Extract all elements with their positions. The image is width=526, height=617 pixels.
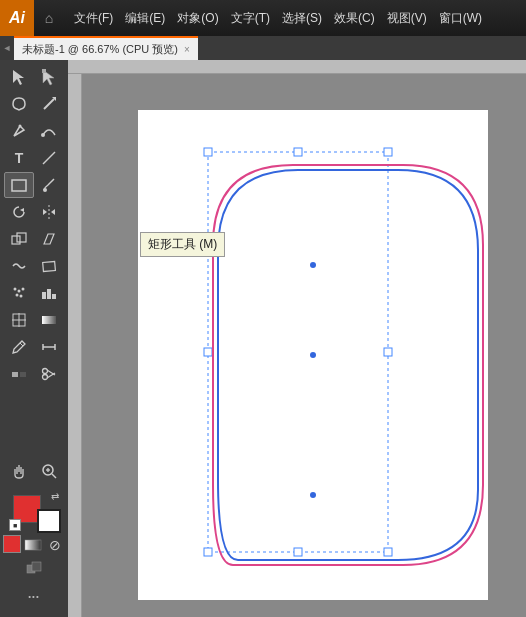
measure-tool[interactable] [34, 334, 64, 360]
menu-file[interactable]: 文件(F) [68, 0, 119, 36]
svg-rect-52 [204, 548, 212, 556]
svg-rect-46 [208, 152, 388, 552]
hand-tool[interactable] [4, 458, 34, 484]
svg-point-19 [22, 288, 25, 291]
svg-marker-13 [51, 209, 55, 215]
type-tool[interactable]: T [4, 145, 34, 171]
artboard [138, 110, 488, 600]
menu-window[interactable]: 窗口(W) [433, 0, 488, 36]
tab-title: 未标题-1 @ 66.67% (CPU 预览) [22, 42, 178, 57]
reflect-tool[interactable] [34, 199, 64, 225]
menu-view[interactable]: 视图(V) [381, 0, 433, 36]
tab-scroll-left[interactable]: ◄ [0, 36, 14, 60]
svg-rect-48 [294, 148, 302, 156]
direct-select-tool[interactable] [34, 64, 64, 90]
active-tab[interactable]: 未标题-1 @ 66.67% (CPU 预览) × [14, 36, 198, 60]
svg-rect-33 [12, 372, 18, 377]
svg-rect-16 [43, 261, 56, 271]
solid-color-icon[interactable] [3, 535, 21, 553]
svg-point-20 [16, 294, 19, 297]
tool-row-1 [2, 64, 66, 90]
svg-rect-51 [384, 348, 392, 356]
scissors-tool[interactable] [34, 361, 64, 387]
svg-point-57 [310, 492, 316, 498]
menu-object[interactable]: 对象(O) [171, 0, 224, 36]
tool-row-4: T [2, 145, 66, 171]
line-tool[interactable] [34, 145, 64, 171]
magic-wand-tool[interactable] [34, 91, 64, 117]
svg-point-55 [310, 262, 316, 268]
tool-row-8 [2, 253, 66, 279]
symbol-sprayer-tool[interactable] [4, 280, 34, 306]
scale-tool[interactable] [4, 226, 34, 252]
gradient-tool[interactable] [34, 307, 64, 333]
free-transform-tool[interactable] [34, 253, 64, 279]
mesh-tool[interactable] [4, 307, 34, 333]
svg-point-17 [14, 288, 17, 291]
rotate-tool[interactable] [4, 199, 34, 225]
menu-edit[interactable]: 编辑(E) [119, 0, 171, 36]
curvature-tool[interactable] [34, 118, 64, 144]
svg-rect-43 [25, 540, 41, 550]
home-icon[interactable]: ⌂ [34, 0, 64, 36]
svg-line-3 [44, 99, 54, 109]
svg-rect-54 [384, 548, 392, 556]
left-ruler [68, 74, 82, 617]
svg-marker-0 [13, 70, 24, 85]
shear-tool[interactable] [34, 226, 64, 252]
svg-rect-24 [52, 294, 56, 299]
svg-rect-50 [204, 348, 212, 356]
svg-point-6 [41, 133, 45, 137]
menu-bar: 文件(F) 编辑(E) 对象(O) 文字(T) 选择(S) 效果(C) 视图(V… [64, 0, 526, 36]
menu-select[interactable]: 选择(S) [276, 0, 328, 36]
svg-point-35 [43, 369, 48, 374]
tool-row-9 [2, 280, 66, 306]
svg-line-7 [43, 152, 55, 164]
canvas-area: 矩形工具 (M) [68, 60, 526, 617]
menu-text[interactable]: 文字(T) [225, 0, 276, 36]
svg-rect-47 [204, 148, 212, 156]
top-ruler [68, 60, 526, 74]
main-layout: T [0, 60, 526, 617]
lasso-tool[interactable] [4, 91, 34, 117]
select-tool[interactable] [4, 64, 34, 90]
column-graph-tool[interactable] [34, 280, 64, 306]
stroke-color-swatch[interactable] [37, 509, 61, 533]
svg-rect-14 [12, 236, 20, 244]
svg-point-36 [43, 375, 48, 380]
paintbrush-tool[interactable] [34, 172, 64, 198]
default-colors-icon[interactable]: ■ [9, 519, 21, 531]
color-mode-row: ⊘ [3, 535, 65, 555]
tool-row-2 [2, 91, 66, 117]
tool-row-5 [2, 172, 66, 198]
svg-point-21 [20, 295, 23, 298]
svg-marker-10 [20, 208, 24, 212]
canvas-svg [138, 110, 488, 600]
svg-rect-34 [20, 372, 26, 377]
tool-row-3 [2, 118, 66, 144]
rectangle-tool[interactable] [4, 172, 34, 198]
pen-tool[interactable] [4, 118, 34, 144]
zoom-tool[interactable] [34, 458, 64, 484]
more-tools[interactable]: ••• [19, 583, 49, 609]
warp-tool[interactable] [4, 253, 34, 279]
svg-point-18 [18, 290, 21, 293]
svg-rect-28 [42, 316, 56, 324]
blend-tool[interactable] [4, 361, 34, 387]
swap-colors-icon[interactable]: ⇄ [51, 491, 59, 502]
svg-rect-22 [42, 292, 46, 299]
svg-rect-45 [32, 562, 41, 571]
tool-row-hand-zoom [2, 458, 66, 484]
svg-rect-53 [294, 548, 302, 556]
tool-row-7 [2, 226, 66, 252]
arrange-icon[interactable] [24, 558, 44, 578]
none-icon[interactable]: ⊘ [45, 535, 65, 555]
svg-rect-49 [384, 148, 392, 156]
eyedropper-tool[interactable] [4, 334, 34, 360]
gradient-icon[interactable] [23, 535, 43, 555]
menu-effect[interactable]: 效果(C) [328, 0, 381, 36]
title-bar: Ai ⌂ 文件(F) 编辑(E) 对象(O) 文字(T) 选择(S) 效果(C)… [0, 0, 526, 36]
tab-close-button[interactable]: × [184, 44, 190, 55]
tab-bar: ◄ 未标题-1 @ 66.67% (CPU 预览) × [0, 36, 526, 60]
tool-row-11 [2, 334, 66, 360]
